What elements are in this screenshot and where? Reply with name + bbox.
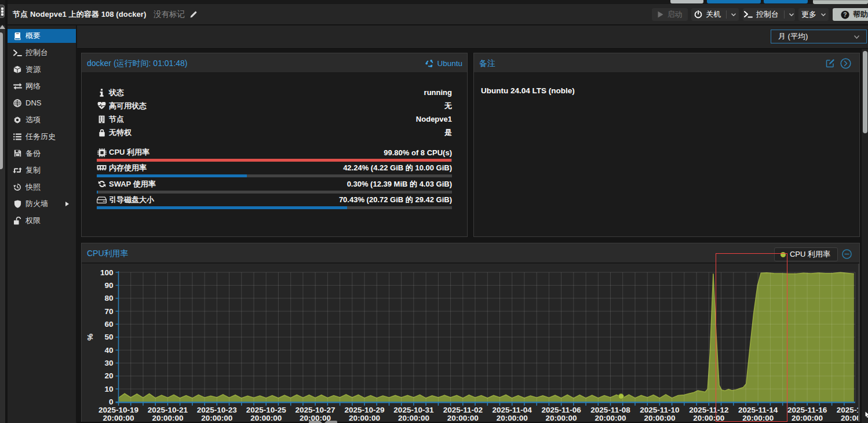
svg-text:2025-11-18: 2025-11-18 [837,406,858,414]
ellipsis-icon [1,8,3,16]
console-split-button[interactable]: 控制台 [743,8,795,21]
svg-text:10: 10 [104,385,113,393]
edit-notes-icon[interactable] [826,59,835,68]
exchange-icon [13,83,22,90]
cube-icon [13,65,22,74]
meter-value: 0.30% (12.39 MiB 的 4.03 GiB) [347,179,452,189]
terminal-icon [744,11,753,18]
split-separator [726,10,727,19]
status-row-label: 无特权 [109,127,132,138]
sidebar-item-task-history[interactable]: 任务历史 [8,128,76,145]
meter-bar-fill [97,191,98,194]
svg-text:20:00:00: 20:00:00 [792,414,823,422]
refresh-icon [97,180,107,188]
cpu-icon [97,148,107,157]
sidebar-item-options[interactable]: 选项 [8,111,76,128]
svg-text:20:00:00: 20:00:00 [595,414,626,422]
svg-text:20:00:00: 20:00:00 [497,414,528,422]
meter-bar-fill [97,206,347,209]
sidebar-item-label: 备份 [25,148,41,159]
meter-label: 引导磁盘大小 [109,195,154,205]
titlebar: 节点 Nodepve1 上的容器 108 (docker) 没有标记 启动 关机… [8,4,868,25]
sidebar-item-label: 网络 [25,81,41,92]
status-row: 状态running [97,86,452,99]
info-icon [97,89,107,97]
svg-text:20: 20 [104,371,113,380]
svg-text:2025-10-31: 2025-10-31 [393,406,434,414]
svg-text:2025-10-25: 2025-10-25 [246,406,287,414]
chart-right-divider [858,264,859,423]
svg-text:30: 30 [104,359,113,367]
svg-text:20:00:00: 20:00:00 [546,414,577,422]
sidebar-item-label: 选项 [25,115,41,125]
sidebar-item-backup[interactable]: 备份 [8,145,76,162]
svg-text:2025-11-08: 2025-11-08 [590,406,630,414]
help-button[interactable]: ? 帮助 [833,8,868,21]
retweet-icon [13,167,22,174]
svg-text:20:00:00: 20:00:00 [152,414,183,422]
os-name: Ubuntu [437,59,462,68]
sidebar-item-label: 资源 [25,64,41,75]
tags-placeholder[interactable]: 没有标记 [154,4,185,25]
sidebar-item-snapshots[interactable]: 快照 [8,178,76,195]
circle-arrow-right-icon[interactable] [840,58,851,69]
meter-value: 70.43% (20.72 GiB 的 29.42 GiB) [339,195,452,205]
sidebar-item-label: 概要 [25,31,41,41]
meter-bar-track [97,206,452,209]
shutdown-split-button[interactable]: 关机 [691,8,739,21]
chevron-down-icon[interactable] [789,13,794,16]
tree-corner-button[interactable] [0,5,5,18]
svg-text:40: 40 [104,346,113,355]
collapse-panel-icon[interactable] [842,249,852,259]
question-circle-icon: ? [841,10,849,19]
pencil-icon[interactable] [189,10,198,19]
status-panel-header: docker (运行时间: 01:01:48) Ubuntu [82,53,467,73]
svg-text:2025-11-02: 2025-11-02 [443,406,483,414]
svg-text:20:00:00: 20:00:00 [250,414,282,422]
meter-label: SWAP 使用率 [109,179,156,189]
floppy-icon [13,149,22,157]
svg-text:60: 60 [104,320,113,329]
gear-icon [13,116,22,124]
status-row-value: 是 [444,127,452,138]
mouse-cursor-icon [865,411,868,418]
start-button[interactable]: 启动 [652,8,688,21]
sidebar-item-label: 防火墙 [25,199,48,209]
sidebar-item-dns[interactable]: DNS [8,94,76,111]
shield-icon [13,200,22,208]
tree-divider [5,0,8,423]
cropped-button-fragment [707,0,761,3]
sidebar-item-label: 权限 [25,216,41,226]
status-row-value: 无 [444,101,452,111]
more-menu-button[interactable]: 更多 [798,8,829,21]
sidebar-item-permissions[interactable]: 权限 [8,212,76,229]
sidebar-item-label: 任务历史 [25,132,56,142]
page-scrollbar-thumb[interactable] [863,51,867,133]
graph-period-select[interactable]: 月 (平均) [771,30,867,43]
sidebar-item-label: 快照 [25,182,41,192]
svg-text:2025-10-27: 2025-10-27 [296,406,335,414]
sidebar-item-resources[interactable]: 资源 [8,61,76,78]
svg-text:20:00:00: 20:00:00 [841,414,858,422]
sidebar-item-replication[interactable]: 复制 [8,162,76,178]
lock-icon [97,129,107,137]
sidebar-item-firewall[interactable]: 防火墙 [8,195,76,212]
meter-bar-track [97,174,452,177]
status-row-label: 状态 [109,87,124,98]
status-row-label: 节点 [109,114,124,125]
sidebar-item-console[interactable]: 控制台 [8,44,76,61]
meter-row: CPU 利用率99.80% of 8 CPU(s) [97,146,452,159]
page-title: 节点 Nodepve1 上的容器 108 (docker) [13,4,146,25]
meter-label: CPU 利用率 [109,147,149,158]
svg-text:2025-10-23: 2025-10-23 [197,406,238,414]
os-badge: Ubuntu [425,53,462,73]
svg-text:50: 50 [104,333,113,341]
meter-label: 内存使用率 [109,163,147,173]
chevron-down-icon[interactable] [731,13,736,16]
status-row-value: running [424,88,452,97]
play-icon [658,11,663,18]
tree-scrollbar-thumb[interactable] [0,32,3,169]
sidebar-item-overview[interactable]: 概要 [8,27,76,44]
scroll-up-arrow-icon[interactable] [0,25,5,29]
sidebar-item-network[interactable]: 网络 [8,78,76,94]
